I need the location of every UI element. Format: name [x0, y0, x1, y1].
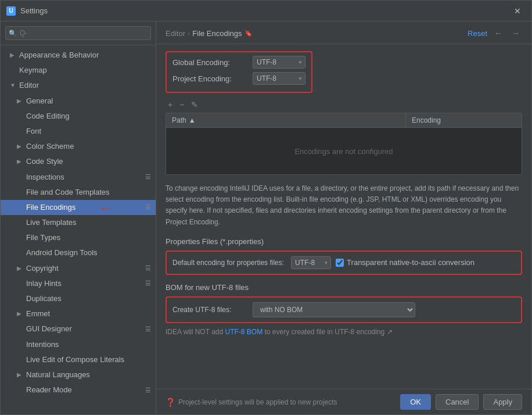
sidebar-item-natural-languages[interactable]: ▶ Natural Languages	[1, 367, 156, 382]
window-title: Settings	[20, 6, 509, 15]
bom-note: IDEA will NOT add UTF-8 BOM to every cre…	[166, 328, 522, 336]
sidebar-list: ▶ Appearance & Behavior Keymap ▼ Editor …	[1, 45, 156, 414]
apply-button[interactable]: Apply	[483, 394, 522, 410]
empty-table-message: Encodings are not configured	[294, 147, 393, 156]
sidebar-item-font[interactable]: Font	[1, 124, 156, 139]
path-column-header[interactable]: Path ▲	[166, 113, 405, 127]
settings-window: U Settings ✕ 🔍 ▶ Appearance & Behavior K…	[0, 0, 532, 415]
sidebar-item-file-types[interactable]: File Types	[1, 230, 156, 245]
arrow-icon: ▶	[17, 310, 24, 318]
sidebar-item-general[interactable]: ▶ General	[1, 94, 156, 109]
sidebar-item-label: Intentions	[26, 339, 59, 350]
sidebar-item-label: File and Code Templates	[26, 187, 110, 198]
sidebar-item-label: Live Edit of Compose Literals	[26, 355, 124, 365]
sidebar-item-copyright[interactable]: ▶ Copyright ☰	[1, 261, 156, 276]
sidebar-item-label: Android Design Tools	[26, 248, 98, 258]
project-encoding-select[interactable]: UTF-8 UTF-16 ISO-8859-1	[253, 72, 305, 85]
nav-forward-button[interactable]: →	[509, 27, 522, 39]
sidebar-item-inspections[interactable]: Inspections ☰	[1, 170, 156, 185]
footer: ❓ Project-level settings will be applied…	[156, 389, 531, 414]
arrow-icon: ▶	[17, 264, 24, 273]
sidebar-item-duplicates[interactable]: Duplicates	[1, 291, 156, 306]
remove-button[interactable]: −	[177, 99, 186, 110]
sidebar-item-label: Inspections	[26, 172, 64, 183]
sidebar-item-inlay-hints[interactable]: Inlay Hints ☰	[1, 276, 156, 291]
sidebar-item-live-edit[interactable]: Live Edit of Compose Literals	[1, 352, 156, 367]
sidebar-item-reader-mode[interactable]: Reader Mode ☰	[1, 382, 156, 398]
bom-select[interactable]: with NO BOM with BOM	[253, 302, 415, 317]
file-encodings-table: Path ▲ Encoding Encodings are not config…	[166, 113, 522, 175]
encoding-column-header[interactable]: Encoding	[405, 113, 522, 127]
sidebar-item-editor[interactable]: ▼ Editor	[1, 78, 156, 93]
breadcrumb-separator: ›	[188, 29, 190, 38]
sidebar-item-emmet[interactable]: ▶ Emmet	[1, 306, 156, 321]
sidebar-item-live-templates[interactable]: Live Templates	[1, 215, 156, 230]
settings-icon: ☰	[145, 279, 151, 288]
bom-section-title: BOM for new UTF-8 files	[166, 283, 522, 292]
table-body: Encodings are not configured	[166, 128, 522, 174]
sidebar-item-label: Emmet	[26, 309, 50, 319]
settings-icon: ☰	[145, 173, 151, 181]
arrow-icon: ▶	[17, 97, 24, 105]
sidebar-item-appearance[interactable]: ▶ Appearance & Behavior	[1, 48, 156, 63]
sidebar-item-keymap[interactable]: Keymap	[1, 63, 156, 78]
sort-icon: ▲	[189, 116, 196, 124]
sidebar-item-file-encodings[interactable]: File Encodings ☰ ←	[1, 200, 156, 215]
content-area: 🔍 ▶ Appearance & Behavior Keymap ▼ Edito…	[1, 22, 531, 414]
footer-note-text: Project-level settings will be applied t…	[178, 398, 337, 406]
bookmark-icon: 🔖	[245, 30, 253, 37]
properties-section-title: Properties Files (*.properties)	[166, 237, 522, 246]
footer-note: ❓ Project-level settings will be applied…	[166, 398, 400, 407]
cancel-button[interactable]: Cancel	[436, 394, 479, 410]
nav-back-button[interactable]: ←	[492, 27, 505, 39]
search-input[interactable]	[5, 26, 151, 40]
add-button[interactable]: +	[166, 99, 175, 110]
arrow-icon: ▼	[10, 81, 17, 90]
global-encoding-label: Global Encoding:	[172, 58, 248, 67]
settings-icon: ☰	[145, 325, 151, 334]
arrow-icon: ▶	[17, 142, 24, 151]
sidebar-item-color-scheme[interactable]: ▶ Color Scheme	[1, 139, 156, 154]
sidebar-item-intentions[interactable]: Intentions	[1, 337, 156, 352]
properties-encoding-select[interactable]: UTF-8 UTF-16	[291, 256, 331, 269]
encoding-settings-box: Global Encoding: UTF-8 UTF-16 ISO-8859-1…	[166, 51, 312, 93]
sidebar-item-label: GUI Designer	[26, 324, 72, 334]
search-box: 🔍	[1, 22, 156, 45]
sidebar-item-label: Copyright	[26, 263, 59, 274]
sidebar-item-file-code-templates[interactable]: File and Code Templates	[1, 185, 156, 200]
reset-button[interactable]: Reset	[468, 29, 487, 38]
main-panel: Editor › File Encodings 🔖 Reset ← → Glob…	[156, 22, 531, 414]
default-encoding-label: Default encoding for properties files:	[172, 259, 284, 267]
transparent-checkbox-wrapper: Transparent native-to-ascii conversion	[336, 258, 475, 267]
info-text: To change encoding IntelliJ IDEA uses fo…	[166, 182, 522, 229]
settings-icon: ☰	[145, 203, 151, 212]
bom-link[interactable]: UTF-8 BOM	[225, 328, 263, 336]
bom-note-prefix: IDEA will NOT add	[166, 328, 225, 336]
breadcrumb-current: File Encodings	[192, 29, 242, 38]
bom-select-wrapper: with NO BOM with BOM	[253, 302, 415, 317]
close-button[interactable]: ✕	[509, 4, 526, 18]
edit-button[interactable]: ✎	[189, 99, 200, 110]
arrow-icon: ▶	[10, 51, 17, 59]
sidebar-item-code-editing[interactable]: Code Editing	[1, 109, 156, 124]
sidebar-item-label: Inlay Hints	[26, 278, 62, 289]
transparent-label: Transparent native-to-ascii conversion	[347, 258, 475, 267]
ok-button[interactable]: OK	[400, 394, 431, 410]
sidebar-item-gui-designer[interactable]: GUI Designer ☰	[1, 321, 156, 337]
breadcrumb-parent: Editor	[166, 29, 185, 38]
sidebar-item-code-style[interactable]: ▶ Code Style	[1, 154, 156, 169]
bom-settings-box: Create UTF-8 files: with NO BOM with BOM	[166, 296, 522, 323]
transparent-checkbox[interactable]	[336, 259, 344, 267]
sidebar-item-android-design-tools[interactable]: Android Design Tools	[1, 245, 156, 260]
global-encoding-select[interactable]: UTF-8 UTF-16 ISO-8859-1	[253, 56, 305, 69]
sidebar-item-label: Live Templates	[26, 217, 76, 228]
settings-icon: ☰	[145, 386, 151, 395]
sidebar-item-label: Code Editing	[26, 111, 69, 121]
sidebar-item-label: Color Scheme	[26, 141, 74, 152]
info-icon: ❓	[166, 398, 175, 407]
properties-encoding-select-wrapper: UTF-8 UTF-16	[291, 256, 331, 269]
settings-icon: ☰	[145, 264, 151, 273]
app-icon: U	[6, 6, 16, 16]
title-bar: U Settings ✕	[1, 1, 531, 22]
global-encoding-row: Global Encoding: UTF-8 UTF-16 ISO-8859-1	[172, 56, 305, 69]
